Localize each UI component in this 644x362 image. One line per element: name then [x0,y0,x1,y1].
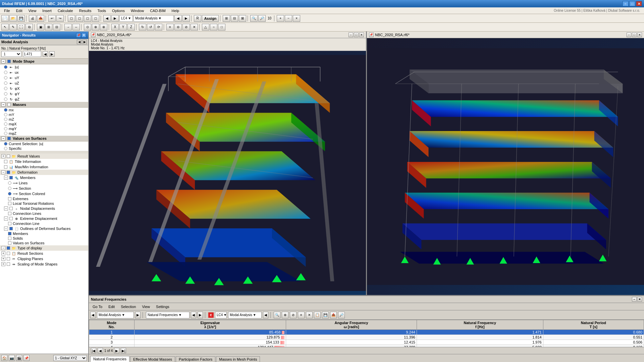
radio-section[interactable] [8,187,11,190]
extreme-disp-checkbox[interactable] [9,217,13,220]
tb2-axis-x[interactable]: X [111,24,119,31]
bottom-freq-dropdown[interactable]: Natural Frequencies ▼ [146,312,190,318]
tb2-9[interactable]: ↔ [72,24,80,31]
view-right-max[interactable]: □ [632,33,637,37]
view-left-pin[interactable]: 📌 [91,33,96,37]
extremes-checkbox[interactable] [8,197,11,200]
tree-uz[interactable]: ⇤ uZ [0,80,88,86]
clipping-checkbox[interactable] [7,257,10,260]
tb2-rot-y[interactable]: ↺ [147,24,154,31]
bottom-lc-analysis-dropdown[interactable]: Modal Analysis ▼ [228,312,262,318]
tab-masses-mesh[interactable]: Masses in Mesh Points [216,356,260,362]
tree-section[interactable]: ⟶ Section [0,186,88,191]
type-display-expand[interactable]: − [1,246,5,250]
outlines-checkbox[interactable] [9,227,13,230]
tree-connection-line[interactable]: Connection Line [0,221,88,226]
nav-pin-btn[interactable]: 📌 [76,33,81,38]
tree-result-values[interactable]: + 📁 Result Values [0,154,88,159]
tree-phiz[interactable]: ↻ φZ [0,97,88,102]
tab-effective-modal[interactable]: Effective Modal Masses [130,356,175,362]
tb2-4[interactable]: ⧉ [25,24,33,31]
tree-outlines[interactable]: − ⬚ Outlines of Deformed Surfaces [0,226,88,231]
menu-tools[interactable]: Tools [95,8,109,13]
radio-phiz[interactable] [4,98,7,101]
tree-u-abs[interactable]: ⇤ |u| [0,64,88,70]
tb2-3[interactable]: ⛶ [17,24,25,31]
type-display-checkbox[interactable] [7,246,10,250]
tree-clipping[interactable]: + ✂ Clipping Planes [0,256,88,261]
tb2-6[interactable]: ⊞ [45,24,52,31]
tree-lines[interactable]: ⟶ Lines [0,180,88,186]
tree-type-display[interactable]: − 📁 Type of display [0,245,88,251]
radio-u-abs[interactable] [4,65,7,69]
tree-outlines-values[interactable]: Values on Surfaces [0,241,88,245]
tree-current-selection[interactable]: Current Selection: |u| [0,141,88,146]
page-last[interactable]: ▶| [121,348,126,353]
result-values-checkbox[interactable] [7,155,10,158]
bottom-icon-5[interactable]: ✕ [306,312,313,318]
bottom-view[interactable]: View [140,304,152,309]
bottom-lc-prev[interactable]: ◀ [263,312,268,318]
tb2-axis-y[interactable]: Y [119,24,127,31]
tb2-select-2[interactable]: ○ [210,24,217,31]
tree-mphix[interactable]: mφX [0,122,88,126]
menu-results[interactable]: Results [76,8,94,13]
save-btn[interactable]: 💾 [17,15,25,22]
tree-extreme-disp[interactable]: − ⊕ Extreme Displacement [0,216,88,221]
bottom-tb-prev[interactable]: ◀ [90,312,96,318]
radio-section-colored[interactable] [8,192,11,195]
radio-phiy[interactable] [4,92,7,96]
values-surfaces-expand[interactable]: − [1,136,5,140]
page-first[interactable]: |◀ [91,348,96,353]
new-btn[interactable]: 📄 [1,15,9,22]
tb-extra-1[interactable]: + [277,15,284,22]
tb2-1[interactable]: ↖ [1,24,9,31]
tree-mphiy[interactable]: mφY [0,126,88,131]
view-right-min[interactable]: − [627,33,631,37]
nav-footer-btn-2[interactable]: 📷 [9,355,15,361]
view-left-max[interactable]: □ [354,33,359,37]
menu-options[interactable]: Options [109,8,127,13]
zoom-out-btn[interactable]: 🔎 [258,15,266,22]
tb2-extra-2[interactable]: ⊖ [174,24,182,31]
bottom-modal-dropdown[interactable]: Modal Analysis ▼ [97,312,134,318]
tab-participation[interactable]: Participation Factors [176,356,215,362]
freq-prev-btn[interactable]: ◀ [43,51,48,57]
page-next[interactable]: ▶ [114,348,119,353]
tb-btn-b[interactable]: ◻ [76,15,83,22]
view-left-close[interactable]: ✕ [359,33,364,37]
clipping-expand[interactable]: + [1,257,5,261]
nav-prev-btn[interactable]: ◀ [77,40,82,44]
tb-btn-d[interactable]: ◻ [92,15,99,22]
maxmin-checkbox[interactable] [4,165,7,169]
tree-ux[interactable]: ⇤ ux [0,70,88,75]
tb-btn-c[interactable]: ◻ [84,15,91,22]
masses-expand[interactable]: − [1,103,5,107]
view-right-close[interactable]: ✕ [637,33,642,37]
menu-view[interactable]: View [26,8,39,13]
tb2-snap-2[interactable]: ⊕ [92,24,99,31]
def-members-checkbox[interactable] [9,176,13,179]
close-btn[interactable]: ✕ [636,1,642,6]
tree-mx[interactable]: mx [0,108,88,112]
analysis-dropdown[interactable]: Modal Analysis ▼ [133,15,174,22]
tb-btn-a[interactable]: ◻ [68,15,75,22]
tb-extra-2[interactable]: − [285,15,292,22]
tb-view-2[interactable]: ⊟ [231,15,238,22]
tb2-extra-4[interactable]: ✕ [191,24,198,31]
tree-maxmin-info[interactable]: 📊 Max/Min Information [0,164,88,170]
tb2-extra-3[interactable]: ⊘ [182,24,190,31]
tb2-7[interactable]: ⊟ [53,24,60,31]
mode-shape-checkbox[interactable] [7,60,11,63]
mode-shape-expand[interactable]: − [1,59,5,63]
page-prev[interactable]: ◀ [98,348,103,353]
bottom-edit[interactable]: Edit [106,304,117,309]
tb-btn-f[interactable]: ▶ [182,15,190,22]
bottom-tb-next[interactable]: ▶ [135,312,141,318]
lc-dropdown[interactable]: LC4 ▼ [119,15,133,22]
nodal-disp-expand[interactable]: − [4,206,8,210]
bottom-collapse-btn[interactable]: − [632,297,637,302]
tb2-2[interactable]: ✎ [9,24,17,31]
undo-btn[interactable]: ↩ [48,15,56,22]
maximize-btn[interactable]: □ [629,1,635,6]
